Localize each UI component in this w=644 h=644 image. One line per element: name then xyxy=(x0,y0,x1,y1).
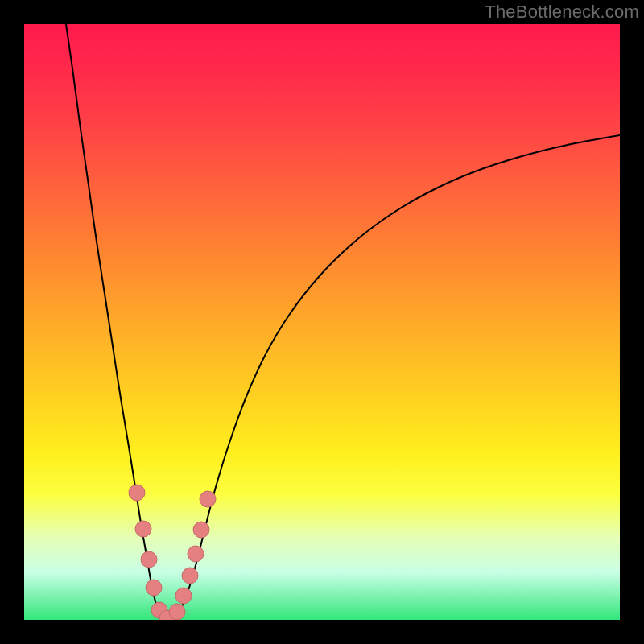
marker-point xyxy=(146,580,162,596)
marker-point xyxy=(188,546,204,562)
marker-point xyxy=(200,491,216,507)
marker-point xyxy=(182,568,198,584)
marker-point xyxy=(175,588,192,604)
bottleneck-curve-svg xyxy=(24,24,620,620)
marker-point xyxy=(129,485,145,501)
plot-area xyxy=(24,24,620,620)
marker-point xyxy=(169,604,185,620)
curve-bottleneck_curve_left xyxy=(66,24,167,620)
chart-frame: TheBottleneck.com xyxy=(0,0,644,644)
marker-point xyxy=(193,522,209,538)
watermark-text: TheBottleneck.com xyxy=(485,2,639,23)
curve-bottleneck_curve_right xyxy=(167,135,620,620)
marker-point xyxy=(141,551,157,568)
marker-point xyxy=(135,521,151,537)
